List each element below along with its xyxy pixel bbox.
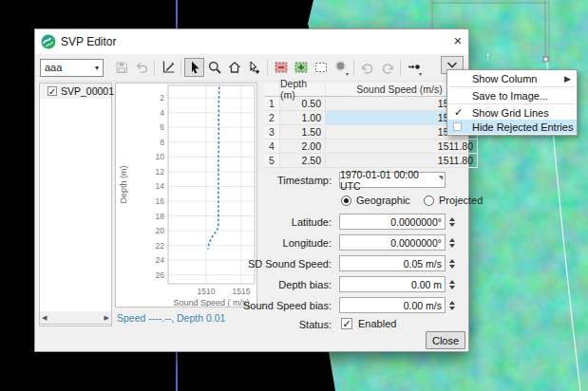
latitude-label: Latitude: bbox=[225, 216, 332, 228]
add-point-tool-button[interactable] bbox=[244, 58, 264, 77]
menu-item-show-column[interactable]: Show Column▶ bbox=[447, 71, 577, 85]
zoom-icon bbox=[207, 60, 222, 75]
toolbar-tools: ▾▾ bbox=[111, 57, 424, 78]
save-icon bbox=[114, 60, 129, 75]
undo-edit-icon bbox=[360, 60, 375, 75]
latitude-value: 0.0000000° bbox=[390, 216, 442, 228]
svp-item-checkbox[interactable]: ✓ bbox=[47, 86, 57, 96]
reject-selection-tool-button[interactable] bbox=[271, 58, 291, 77]
longitude-spinner[interactable] bbox=[446, 234, 457, 251]
toolbar-separator bbox=[154, 60, 155, 76]
redo-edit-tool-button[interactable] bbox=[377, 58, 397, 77]
status-label: Status: bbox=[225, 319, 332, 330]
ellipse-select-tool-button[interactable]: ▾ bbox=[331, 58, 351, 77]
dropdown-corner-icon: ◥ bbox=[438, 174, 443, 180]
row-number[interactable]: 3 bbox=[264, 125, 280, 140]
sound-speed-bias-spinner[interactable] bbox=[446, 297, 457, 313]
profile-edit-icon bbox=[161, 60, 176, 75]
sd-sound-speed-field[interactable]: 0.05 m/s bbox=[339, 255, 446, 271]
depth-cell[interactable]: 2.00 bbox=[280, 140, 326, 154]
svp-list-item[interactable]: ✓SVP_00001 bbox=[40, 84, 111, 99]
status-checkbox[interactable]: ✓ bbox=[341, 318, 352, 329]
accept-selection-tool-button[interactable] bbox=[291, 58, 311, 77]
sd-sound-speed-value: 0.05 m/s bbox=[404, 258, 442, 270]
depth-bias-spinner[interactable] bbox=[446, 276, 457, 292]
longitude-field[interactable]: 0.0000000° bbox=[339, 234, 446, 251]
svg-text:Depth (m): Depth (m) bbox=[119, 165, 128, 203]
toolbar: aaa ▾ ▾▾ bbox=[35, 54, 468, 82]
svg-text:20: 20 bbox=[156, 226, 165, 235]
row-header-corner bbox=[264, 83, 280, 97]
timestamp-value: 1970-01-01 00:00 UTC bbox=[340, 169, 436, 192]
depth-cell[interactable]: 1.00 bbox=[280, 111, 326, 125]
latitude-field[interactable]: 0.0000000° bbox=[339, 214, 446, 230]
profile-edit-tool-button[interactable] bbox=[158, 58, 178, 77]
svp-file-list[interactable]: ✓SVP_00001 bbox=[39, 83, 112, 326]
undo-tool-button[interactable] bbox=[131, 58, 151, 77]
depth-column-header[interactable]: Depth (m) bbox=[280, 83, 326, 97]
depth-cell[interactable]: 1.50 bbox=[280, 125, 326, 140]
svp-list-hscrollbar[interactable]: ◀ ▶ bbox=[39, 311, 112, 325]
speed-cell[interactable]: 1511.80 bbox=[326, 140, 478, 154]
chevron-down-icon: ▾ bbox=[346, 71, 349, 77]
dialog-titlebar[interactable]: SVP Editor × bbox=[35, 29, 468, 54]
status-value: Enabled bbox=[358, 318, 396, 329]
depth-bias-value: 0.00 m bbox=[411, 279, 442, 290]
projected-radio-label: Projected bbox=[439, 195, 483, 206]
svp-editor-dialog: SVP Editor × aaa ▾ ▾▾ ✓SVP_00001 ◀ ▶ 246… bbox=[34, 28, 469, 352]
close-button-label: Close bbox=[432, 335, 459, 346]
undo-icon bbox=[134, 60, 149, 75]
options-context-menu: Show Column▶Save to Image...✓Show Grid L… bbox=[446, 69, 578, 136]
svp-editor-app-icon bbox=[41, 34, 56, 49]
sound-speed-bias-label: Sound Speed bias: bbox=[225, 300, 332, 311]
close-button[interactable]: Close bbox=[426, 331, 465, 349]
zoom-tool-button[interactable] bbox=[204, 58, 224, 77]
profile-chart-panel[interactable]: 246810121416182022242615101515Sound Spee… bbox=[115, 83, 257, 307]
empty-checkbox-icon bbox=[453, 122, 462, 131]
scroll-left-icon[interactable]: ◀ bbox=[42, 314, 47, 322]
geographic-radio[interactable] bbox=[341, 196, 351, 206]
row-number[interactable]: 4 bbox=[264, 140, 280, 154]
reject-selection-icon bbox=[274, 60, 289, 75]
latitude-spinner[interactable] bbox=[446, 214, 457, 230]
geographic-radio-label: Geographic bbox=[356, 195, 410, 206]
depth-cell[interactable]: 0.50 bbox=[280, 97, 326, 111]
row-number[interactable]: 1 bbox=[264, 97, 280, 111]
menu-separator bbox=[449, 86, 575, 87]
scroll-right-icon[interactable]: ▶ bbox=[104, 314, 109, 322]
save-tool-button[interactable] bbox=[111, 58, 131, 77]
speed-cell[interactable]: 1511.80 bbox=[326, 154, 478, 168]
svg-text:26: 26 bbox=[156, 270, 165, 280]
menu-item-save-to-image[interactable]: Save to Image... bbox=[447, 88, 577, 102]
toolbar-separator bbox=[400, 60, 401, 76]
row-number[interactable]: 2 bbox=[264, 111, 280, 125]
move-point-tool-button[interactable]: ▾ bbox=[404, 58, 424, 77]
select-cursor-tool-button[interactable] bbox=[184, 58, 204, 77]
home-tool-button[interactable] bbox=[224, 58, 244, 77]
longitude-label: Longitude: bbox=[225, 237, 332, 249]
svg-text:14: 14 bbox=[156, 181, 165, 191]
depth-bias-field[interactable]: 0.00 m bbox=[339, 276, 446, 292]
row-number[interactable]: 5 bbox=[264, 154, 280, 168]
sd-sound-speed-label: SD Sound Speed: bbox=[225, 258, 332, 270]
undo-edit-tool-button[interactable] bbox=[357, 58, 377, 77]
menu-item-hide-rejected-entries[interactable]: Hide Rejected Entries bbox=[447, 120, 577, 134]
submenu-arrow-icon: ▶ bbox=[564, 74, 571, 84]
menu-item-label: Save to Image... bbox=[472, 90, 548, 102]
svg-text:4: 4 bbox=[160, 108, 164, 118]
home-icon bbox=[227, 60, 242, 75]
select-cursor-icon bbox=[187, 60, 202, 75]
menu-separator bbox=[449, 103, 575, 104]
sd-sound-speed-spinner[interactable] bbox=[446, 255, 457, 271]
menu-item-show-grid-lines[interactable]: ✓Show Grid Lines bbox=[447, 105, 577, 120]
depth-cell[interactable]: 2.50 bbox=[280, 154, 326, 168]
svg-text:22: 22 bbox=[156, 241, 165, 251]
svp-profile-chart[interactable]: 246810121416182022242615101515Sound Spee… bbox=[116, 84, 256, 307]
sound-speed-bias-field[interactable]: 0.00 m/s bbox=[339, 297, 446, 313]
preset-combobox[interactable]: aaa ▾ bbox=[40, 59, 104, 77]
rect-select-tool-button[interactable] bbox=[311, 58, 331, 77]
svg-text:10: 10 bbox=[156, 152, 165, 161]
projected-radio[interactable] bbox=[424, 196, 434, 206]
window-close-icon[interactable]: × bbox=[447, 29, 468, 54]
timestamp-field[interactable]: 1970-01-01 00:00 UTC ◥ bbox=[339, 172, 446, 188]
